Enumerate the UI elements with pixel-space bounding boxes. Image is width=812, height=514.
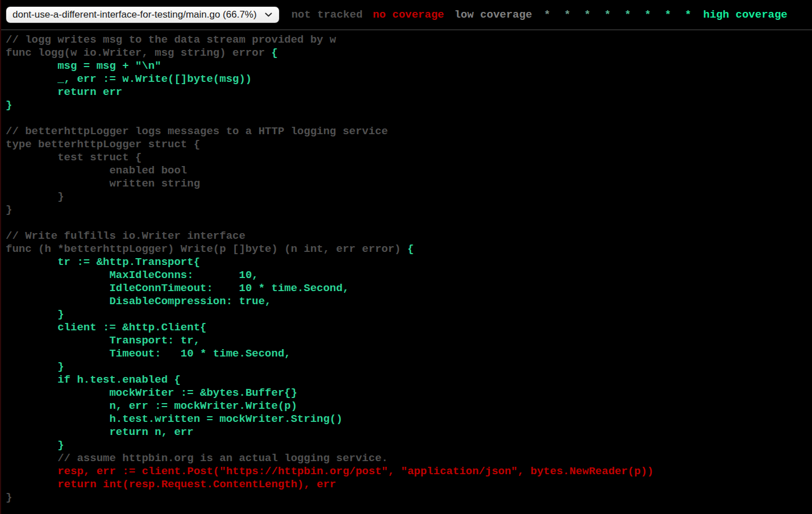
code-line: written string	[6, 177, 812, 190]
file-select[interactable]: dont-use-a-different-interface-for-testi…	[6, 6, 280, 23]
code-segment: // betterhttpLogger logs messages to a H…	[6, 125, 388, 138]
code-segment: type betterhttpLogger struct {	[6, 138, 200, 151]
code-segment: msg = msg + "\n"	[6, 60, 161, 72]
coverage-star-icon: *	[644, 9, 651, 21]
code-line: }	[6, 190, 812, 204]
code-segment: {	[271, 47, 277, 59]
legend-not-tracked: not tracked	[292, 9, 363, 21]
code-line: return n, err	[6, 426, 812, 439]
code-line: func logg(w io.Writer, msg string) error…	[6, 47, 812, 60]
code-segment: _, err := w.Write([]byte(msg))	[6, 73, 252, 85]
coverage-star-icon: *	[605, 9, 611, 21]
code-segment: IdleConnTimeout: 10 * time.Second,	[6, 282, 349, 295]
code-line: }	[6, 491, 812, 504]
code-line: test struct {	[6, 151, 812, 164]
code-segment: if h.test.enabled {	[6, 374, 181, 386]
code-segment: }	[6, 360, 64, 373]
code-line: MaxIdleConns: 10,	[6, 269, 812, 282]
code-line: DisableCompression: true,	[6, 295, 812, 308]
coverage-star-icon: *	[544, 9, 550, 21]
code-segment: }	[6, 204, 12, 216]
code-line: mockWriter := &bytes.Buffer{}	[6, 387, 812, 400]
chevron-down-icon	[265, 13, 272, 17]
coverage-star-icon: *	[685, 9, 691, 21]
coverage-legend: not tracked no coverage low coverage ***…	[286, 9, 793, 21]
code-line: }	[6, 308, 812, 321]
code-segment: DisableCompression: true,	[6, 295, 271, 308]
code-segment: written string	[6, 177, 200, 190]
code-line: IdleConnTimeout: 10 * time.Second,	[6, 282, 812, 295]
code-segment: h.test.written = mockWriter.String()	[6, 413, 343, 425]
code-segment: return err	[6, 86, 122, 98]
code-segment: // assume httpbin.org is an actual loggi…	[6, 452, 388, 465]
code-line: }	[6, 99, 812, 112]
code-segment: func logg(w io.Writer, msg string) error	[6, 47, 271, 59]
code-line: msg = msg + "\n"	[6, 60, 812, 73]
code-segment: // Write fulfills io.Writer interface	[6, 230, 245, 242]
legend-high-coverage: high coverage	[703, 9, 788, 21]
topbar: dont-use-a-different-interface-for-testi…	[0, 0, 812, 30]
code-line: type betterhttpLogger struct {	[6, 138, 812, 151]
code-segment: return n, err	[6, 426, 194, 438]
code-line: func (h *betterhttpLogger) Write(p []byt…	[6, 243, 812, 256]
code-segment: mockWriter := &bytes.Buffer{}	[6, 387, 297, 399]
code-segment: tr := &http.Transport{	[6, 256, 200, 268]
code-line: // assume httpbin.org is an actual loggi…	[6, 452, 812, 465]
legend-low-coverage: low coverage	[454, 9, 532, 21]
coverage-star-icon: *	[564, 9, 571, 21]
code-segment: }	[6, 99, 12, 111]
file-select-value: dont-use-a-different-interface-for-testi…	[13, 9, 257, 20]
code-line: }	[6, 439, 812, 452]
code-line: resp, err := client.Post("https://httpbi…	[6, 465, 812, 478]
code-segment: resp, err := client.Post("https://httpbi…	[6, 465, 653, 478]
code-line: Timeout: 10 * time.Second,	[6, 347, 812, 360]
coverage-star-icon: *	[665, 9, 671, 21]
code-segment: func (h *betterhttpLogger) Write(p []byt…	[6, 243, 407, 255]
code-line: if h.test.enabled {	[6, 374, 812, 387]
code-line: // betterhttpLogger logs messages to a H…	[6, 125, 812, 138]
code-line: return int(resp.Request.ContentLength), …	[6, 478, 812, 491]
code-segment: }	[6, 190, 64, 203]
code-line: client := &http.Client{	[6, 321, 812, 334]
code-line: // Write fulfills io.Writer interface	[6, 230, 812, 243]
code-segment: enabled bool	[6, 164, 187, 177]
code-segment: n, err := mockWriter.Write(p)	[6, 400, 297, 412]
legend-no-coverage: no coverage	[373, 9, 444, 21]
code-line: }	[6, 204, 812, 217]
code-segment: }	[6, 491, 12, 504]
legend-gradient: ********	[537, 9, 698, 21]
code-segment: return int(resp.Request.ContentLength), …	[6, 478, 336, 491]
coverage-star-icon: *	[584, 9, 590, 21]
code-segment: // logg writes msg to the data stream pr…	[6, 34, 336, 46]
code-line	[6, 112, 812, 125]
code-line: tr := &http.Transport{	[6, 256, 812, 269]
code-line: _, err := w.Write([]byte(msg))	[6, 73, 812, 86]
left-edge-line	[0, 0, 1, 514]
code-segment: MaxIdleConns: 10,	[6, 269, 259, 281]
code-view: // logg writes msg to the data stream pr…	[0, 34, 812, 504]
coverage-star-icon: *	[624, 9, 631, 21]
code-segment: client := &http.Client{	[6, 321, 206, 334]
code-line: enabled bool	[6, 164, 812, 177]
code-segment: test struct {	[6, 151, 141, 164]
code-line: Transport: tr,	[6, 334, 812, 347]
code-line: n, err := mockWriter.Write(p)	[6, 400, 812, 413]
code-segment: {	[407, 243, 414, 255]
code-line: // logg writes msg to the data stream pr…	[6, 34, 812, 47]
code-segment: }	[6, 439, 64, 451]
code-line	[6, 217, 812, 230]
code-line: return err	[6, 86, 812, 99]
code-segment: Transport: tr,	[6, 334, 200, 347]
code-segment: Timeout: 10 * time.Second,	[6, 347, 291, 360]
code-line: }	[6, 360, 812, 374]
code-line: h.test.written = mockWriter.String()	[6, 413, 812, 426]
code-segment: }	[6, 308, 64, 321]
